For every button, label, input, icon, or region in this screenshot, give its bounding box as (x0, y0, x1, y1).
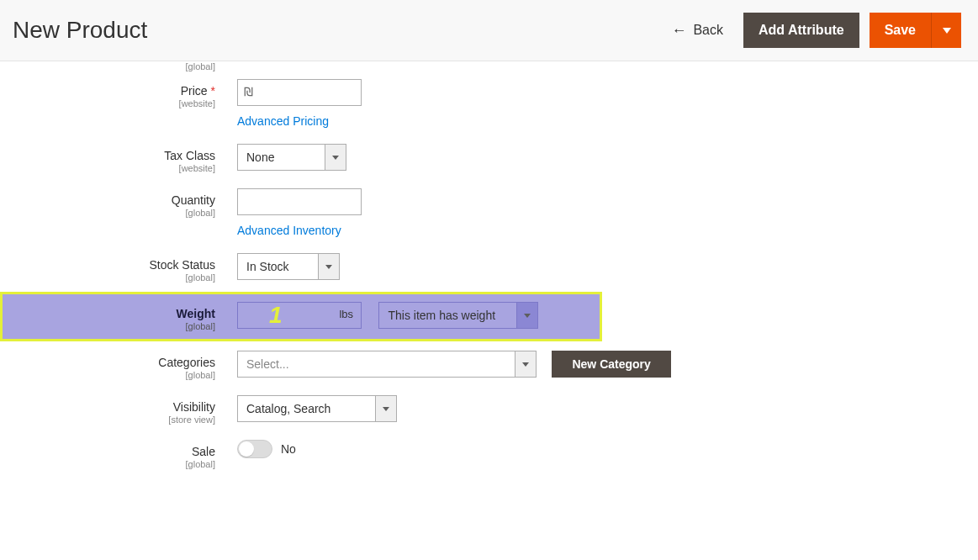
price-scope: [website] (0, 98, 215, 108)
categories-field: Select... New Category (237, 351, 978, 378)
tax-class-label-col: Tax Class [website] (0, 144, 237, 173)
categories-label-col: Categories [global] (0, 351, 237, 380)
visibility-dropdown-button[interactable] (375, 395, 397, 422)
chevron-down-icon (522, 362, 529, 367)
categories-placeholder: Select... (237, 351, 515, 378)
weight-has-dropdown-button[interactable] (516, 302, 538, 329)
visibility-label-col: Visibility [store view] (0, 395, 237, 425)
header-actions: ← Back Add Attribute Save (661, 13, 961, 48)
quantity-label: Quantity (172, 193, 215, 207)
product-form: [global] Price* [website] ₪ Advanced Pri… (0, 61, 978, 510)
weight-label: Weight (177, 307, 215, 320)
quantity-row: Quantity [global] Advanced Inventory (0, 181, 978, 246)
back-label: Back (693, 23, 723, 38)
chevron-down-icon (332, 156, 339, 160)
sale-label: Sale (192, 445, 215, 458)
new-category-button[interactable]: New Category (552, 351, 670, 378)
tax-class-scope: [website] (0, 163, 215, 173)
tax-class-field: None (237, 144, 978, 171)
stock-status-field: In Stock (237, 253, 978, 280)
visibility-scope: [store view] (0, 415, 215, 425)
advanced-pricing-link[interactable]: Advanced Pricing (237, 114, 329, 128)
price-label: Price (181, 84, 208, 98)
sale-row: Sale [global] No (0, 432, 978, 477)
chevron-down-icon (524, 314, 531, 318)
required-icon: * (211, 84, 215, 98)
price-input[interactable] (237, 79, 362, 106)
sale-scope: [global] (0, 459, 215, 469)
save-group: Save (870, 13, 961, 48)
quantity-field: Advanced Inventory (237, 188, 978, 238)
weight-has-value: This item has weight (378, 302, 516, 329)
stock-status-dropdown-button[interactable] (318, 253, 340, 280)
prev-field-scope: [global] (0, 61, 237, 71)
quantity-scope: [global] (0, 208, 215, 218)
stock-status-scope: [global] (0, 272, 215, 283)
weight-row: Weight [global] 1 lbs This item has weig… (0, 292, 602, 341)
sale-label-col: Sale [global] (0, 440, 237, 469)
arrow-left-icon: ← (671, 22, 686, 40)
visibility-row: Visibility [store view] Catalog, Search (0, 388, 978, 432)
categories-label: Categories (158, 356, 215, 369)
weight-scope: [global] (0, 321, 215, 331)
price-label-col: Price* [website] (0, 79, 237, 108)
chevron-down-icon (383, 407, 389, 411)
sale-toggle-label: No (281, 442, 296, 456)
sale-field: No (237, 440, 978, 462)
tax-class-dropdown-button[interactable] (325, 144, 346, 171)
tax-class-select[interactable]: None (237, 144, 346, 171)
quantity-label-col: Quantity [global] (0, 188, 237, 218)
stock-status-select[interactable]: In Stock (237, 253, 340, 280)
tax-class-label: Tax Class (164, 149, 215, 162)
chevron-down-icon (943, 28, 951, 34)
categories-scope: [global] (0, 370, 215, 380)
quantity-input[interactable] (237, 188, 362, 215)
weight-has-select[interactable]: This item has weight (378, 302, 538, 329)
visibility-label: Visibility (173, 400, 215, 414)
price-field: ₪ Advanced Pricing (237, 79, 978, 129)
visibility-field: Catalog, Search (237, 395, 978, 422)
weight-label-col: Weight [global] (0, 302, 237, 331)
sale-toggle[interactable] (237, 440, 272, 458)
tax-class-row: Tax Class [website] None (0, 136, 978, 181)
page-header: New Product ← Back Add Attribute Save (0, 0, 978, 61)
toggle-knob-icon (239, 441, 254, 457)
visibility-select[interactable]: Catalog, Search (237, 395, 397, 422)
chevron-down-icon (325, 265, 332, 269)
categories-select[interactable]: Select... (237, 351, 537, 378)
save-dropdown-button[interactable] (931, 13, 961, 48)
price-row: Price* [website] ₪ Advanced Pricing (0, 71, 978, 136)
stock-status-row: Stock Status [global] In Stock (0, 246, 978, 290)
save-button[interactable]: Save (870, 13, 931, 48)
visibility-value: Catalog, Search (237, 395, 375, 422)
advanced-inventory-link[interactable]: Advanced Inventory (237, 224, 341, 237)
add-attribute-button[interactable]: Add Attribute (743, 13, 859, 48)
back-button[interactable]: ← Back (661, 15, 733, 46)
stock-status-value: In Stock (237, 253, 318, 280)
stock-status-label-col: Stock Status [global] (0, 253, 237, 283)
categories-dropdown-button[interactable] (515, 351, 537, 378)
tax-class-value: None (237, 144, 325, 171)
stock-status-label: Stock Status (149, 258, 215, 272)
currency-icon: ₪ (244, 85, 253, 98)
categories-row: Categories [global] Select... New Catego… (0, 343, 978, 388)
weight-unit: lbs (339, 308, 353, 320)
weight-field: 1 lbs This item has weight (237, 302, 602, 329)
page-title: New Product (13, 17, 147, 44)
